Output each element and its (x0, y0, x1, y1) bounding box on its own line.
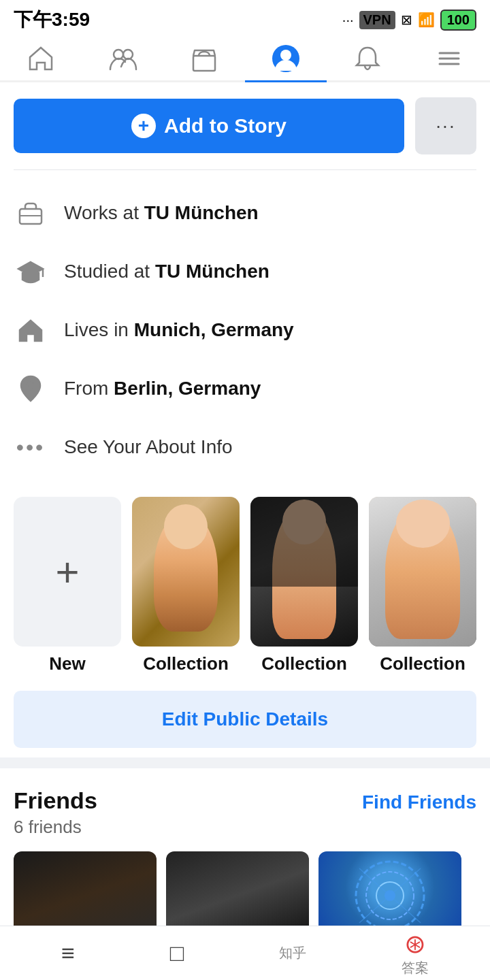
lives-info: Lives in Munich, Germany (14, 301, 476, 359)
study-text: Studied at TU München (64, 261, 270, 282)
more-info-icon: ••• (14, 430, 48, 464)
svg-point-11 (27, 382, 34, 389)
svg-rect-2 (193, 56, 215, 71)
mudaan-icon: ⊛ (404, 929, 426, 959)
study-info: Studied at TU München (14, 242, 476, 301)
location-icon (14, 372, 48, 406)
nav-profile[interactable] (245, 44, 327, 82)
friends-title: Friends (14, 787, 97, 814)
friends-title-block: Friends 6 friends (14, 787, 97, 838)
collection-1-photo (132, 497, 240, 647)
status-time: 下午3:59 (14, 7, 90, 33)
study-icon (14, 255, 48, 289)
bottom-bar: ≡ □ 知乎 ⊛ 答案 (0, 926, 490, 980)
collection-3-label: Collection (380, 653, 466, 674)
bottom-hamburger[interactable]: ≡ (61, 940, 75, 966)
more-dots-icon: ··· (436, 115, 455, 137)
section-divider (0, 757, 490, 768)
collection-2-label: Collection (261, 653, 347, 674)
nav-home[interactable] (0, 44, 82, 80)
action-area: + Add to Story ··· (0, 82, 490, 169)
zhihu-label: 知乎 (279, 944, 306, 962)
collection-2[interactable]: Collection (250, 497, 358, 674)
sim-icon: ⊠ (401, 12, 412, 28)
friends-header: Friends 6 friends Find Friends (14, 787, 476, 838)
add-story-icon: + (131, 114, 156, 138)
nav-marketplace[interactable] (163, 44, 245, 80)
collection-2-thumb[interactable] (250, 497, 358, 647)
collection-1-label: Collection (143, 653, 229, 674)
collection-3-photo (369, 497, 476, 647)
friends-count: 6 friends (14, 817, 97, 838)
home-lives-icon (14, 313, 48, 347)
collection-1-thumb[interactable] (132, 497, 240, 647)
lives-text: Lives in Munich, Germany (64, 319, 294, 341)
work-info: Works at TU München (14, 184, 476, 242)
from-text: From Berlin, Germany (64, 378, 261, 399)
status-bar: 下午3:59 ··· VPN ⊠ 📶 100 (0, 0, 490, 37)
wifi-icon: 📶 (418, 12, 435, 28)
nav-notifications[interactable] (327, 44, 408, 80)
find-friends-link[interactable]: Find Friends (362, 787, 476, 813)
new-collection-thumb[interactable]: + (14, 497, 121, 647)
collections-area: + New Collection Collection (0, 490, 490, 681)
battery-indicator: 100 (440, 10, 476, 31)
zhihu-brand: 知乎 (279, 944, 306, 962)
status-icons: ··· VPN ⊠ 📶 100 (342, 10, 476, 31)
vpn-badge: VPN (359, 11, 395, 29)
from-info: From Berlin, Germany (14, 359, 476, 418)
collection-new[interactable]: + New (14, 497, 121, 674)
collection-3[interactable]: Collection (369, 497, 476, 674)
work-icon (14, 196, 48, 230)
add-story-label: Add to Story (164, 114, 287, 137)
collection-3-thumb[interactable] (369, 497, 476, 647)
profile-info-section: Works at TU München Studied at TU Münche… (0, 170, 490, 490)
add-to-story-button[interactable]: + Add to Story (14, 99, 404, 153)
nav-menu[interactable] (408, 44, 490, 80)
bottom-home[interactable]: □ (170, 940, 184, 966)
edit-public-details-button[interactable]: Edit Public Details (14, 691, 476, 748)
more-options-button[interactable]: ··· (415, 97, 476, 154)
plus-icon: + (55, 549, 79, 595)
mudaan-label: 答案 (402, 959, 429, 977)
collection-2-photo (250, 497, 358, 647)
collection-new-label: New (49, 653, 85, 674)
ellipsis-icon: ··· (342, 12, 354, 28)
svg-point-4 (280, 50, 291, 61)
mudaan-brand: ⊛ 答案 (402, 929, 429, 977)
work-text: Works at TU München (64, 202, 259, 224)
collection-1[interactable]: Collection (132, 497, 240, 674)
nav-friends[interactable] (82, 44, 163, 80)
see-about-text: See Your About Info (64, 436, 233, 458)
nav-bar (0, 37, 490, 82)
see-about-info[interactable]: ••• See Your About Info (14, 418, 476, 476)
